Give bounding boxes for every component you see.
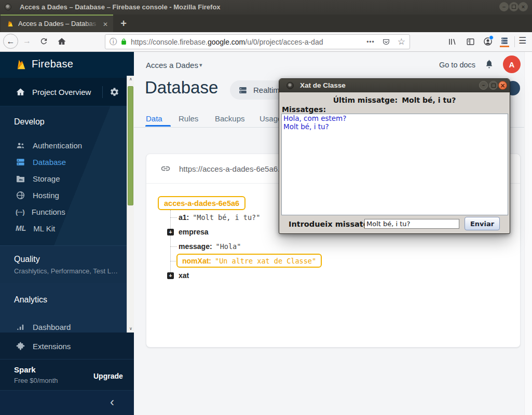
tab-title-fade bbox=[84, 17, 99, 32]
plan-section: Spark Free $0/month Upgrade bbox=[0, 359, 134, 390]
tab-close-button[interactable]: ✕ bbox=[101, 20, 110, 29]
bookmark-star-icon[interactable]: ☆ bbox=[398, 36, 405, 47]
home-button[interactable] bbox=[57, 37, 66, 46]
extension-underline bbox=[500, 46, 509, 47]
sidebars-icon bbox=[466, 37, 475, 47]
go-to-docs-link[interactable]: Go to docs bbox=[439, 61, 475, 69]
message-input-label: Introdueix missatge: bbox=[289, 220, 377, 228]
analytics-label: Analytics bbox=[14, 295, 47, 305]
page-actions-icon[interactable]: ••• bbox=[366, 38, 375, 46]
firebase-logo-icon bbox=[15, 58, 28, 72]
sidebar-item-hosting[interactable]: Hosting bbox=[0, 187, 127, 203]
tree-node-a1[interactable]: a1: "Molt bé, i tu?" bbox=[179, 210, 260, 225]
sidebar-item-authentication[interactable]: Authentication bbox=[0, 137, 127, 154]
tree-node-message[interactable]: message: "Hola" bbox=[179, 239, 241, 254]
reload-icon bbox=[39, 37, 48, 46]
tree-node-xat[interactable]: xat bbox=[179, 268, 189, 283]
back-button[interactable]: ← bbox=[3, 34, 18, 49]
link-icon bbox=[160, 163, 171, 174]
chat-window-titlebar[interactable]: Xat de Classe – × bbox=[279, 79, 510, 92]
sidebar-toggle-button[interactable] bbox=[466, 37, 475, 47]
develop-label: Develop bbox=[14, 117, 45, 127]
new-tab-button[interactable]: + bbox=[117, 17, 130, 30]
scroll-up-arrow[interactable]: ∧ bbox=[128, 77, 134, 81]
message-input[interactable] bbox=[364, 219, 459, 229]
collapse-sidebar-button[interactable]: ‹ bbox=[110, 395, 114, 409]
url-fade bbox=[342, 38, 359, 46]
site-info-icon[interactable]: ⓘ bbox=[110, 37, 117, 47]
pocket-icon[interactable] bbox=[382, 38, 390, 46]
url-text[interactable]: https://console.firebase.google.com/u/0/… bbox=[131, 38, 359, 46]
chat-window-title: Xat de Classe bbox=[300, 81, 346, 89]
last-message-line: Últim missatge:Molt bé, i tu? bbox=[279, 96, 510, 104]
toolbar-separator bbox=[514, 36, 515, 47]
tree-node-nomxat-highlighted[interactable]: nomXat: "Un altre xat de Classe" bbox=[176, 254, 322, 268]
chat-minimize-button[interactable]: – bbox=[479, 81, 488, 90]
tree-node-empresa[interactable]: empresa bbox=[179, 225, 209, 239]
maximize-icon bbox=[512, 5, 516, 9]
tree-root-node[interactable]: acces-a-dades-6e5a6 bbox=[158, 196, 245, 210]
messages-list[interactable]: Hola, com estem? Molt bé, i tu? bbox=[281, 114, 508, 215]
upgrade-button[interactable]: Upgrade bbox=[93, 372, 123, 380]
quality-section[interactable]: Quality Crashlytics, Performance, Test L… bbox=[0, 245, 134, 283]
extension-button[interactable] bbox=[500, 37, 509, 45]
home-icon bbox=[16, 87, 25, 97]
send-button[interactable]: Enviar bbox=[465, 217, 500, 230]
scroll-down-arrow[interactable]: ∨ bbox=[128, 326, 134, 331]
active-tab-underline bbox=[145, 125, 171, 127]
plan-price: Free $0/month bbox=[14, 377, 58, 384]
extensions-icon bbox=[16, 341, 25, 351]
avatar[interactable]: A bbox=[503, 56, 521, 73]
sidebar-item-storage[interactable]: Storage bbox=[0, 170, 127, 187]
message-item: Molt bé, i tu? bbox=[283, 123, 506, 131]
expand-node-button[interactable]: + bbox=[167, 272, 174, 279]
page-scrollbar-track[interactable] bbox=[524, 52, 532, 415]
database-icon bbox=[238, 86, 248, 95]
account-button[interactable] bbox=[483, 36, 493, 47]
reload-button[interactable] bbox=[39, 37, 48, 46]
develop-section: Develop Authentication Database Storage … bbox=[0, 106, 134, 245]
browser-tab[interactable]: Acces a Dades – Databas ✕ bbox=[1, 15, 113, 32]
forward-button[interactable]: → bbox=[23, 36, 31, 46]
sidebar-scrollbar-thumb[interactable] bbox=[128, 86, 133, 205]
url-bar[interactable]: ⓘ https://console.firebase.google.com/u/… bbox=[105, 34, 410, 49]
analytics-section: Analytics Dashboard bbox=[0, 283, 134, 333]
mlkit-icon: ML bbox=[16, 224, 26, 232]
extensions-section: Extensions bbox=[0, 333, 134, 359]
chat-window-icon bbox=[287, 82, 294, 89]
chat-close-button[interactable]: × bbox=[498, 81, 507, 90]
project-breadcrumb[interactable]: Acces a Dades bbox=[146, 61, 198, 70]
tree-line bbox=[170, 246, 177, 247]
tab-data[interactable]: Data bbox=[146, 114, 162, 123]
extension-servers-icon bbox=[500, 37, 509, 45]
screen: Acces a Dades – Database – Firebase cons… bbox=[0, 0, 532, 415]
sidebar-item-mlkit[interactable]: ML ML Kit bbox=[0, 220, 127, 237]
database-url[interactable]: https://acces-a-dades-6e5a6.fi bbox=[179, 164, 284, 173]
os-maximize-button[interactable] bbox=[509, 2, 519, 11]
tab-rules[interactable]: Rules bbox=[179, 114, 198, 123]
chat-window: Xat de Classe – × Últim missatge:Molt bé… bbox=[279, 78, 510, 234]
expand-node-button[interactable]: + bbox=[167, 229, 174, 236]
sidebar-item-database[interactable]: Database bbox=[0, 154, 127, 170]
notifications-button[interactable] bbox=[484, 59, 494, 69]
sidebar-item-functions[interactable]: (···) Functions bbox=[0, 203, 127, 220]
library-button[interactable] bbox=[447, 37, 457, 47]
po-separator bbox=[102, 86, 103, 98]
storage-icon bbox=[16, 174, 25, 184]
tree-line bbox=[170, 217, 177, 218]
os-minimize-button[interactable]: – bbox=[499, 2, 509, 11]
breadcrumb-caret-icon[interactable]: ▾ bbox=[199, 62, 202, 68]
menu-button[interactable]: ☰ bbox=[519, 35, 526, 46]
sidebar-item-extensions[interactable]: Extensions bbox=[0, 338, 127, 354]
chat-maximize-button[interactable] bbox=[489, 81, 498, 90]
project-settings-button[interactable] bbox=[110, 87, 119, 97]
os-close-button[interactable]: × bbox=[519, 2, 528, 11]
os-titlebar[interactable]: Acces a Dades – Database – Firebase cons… bbox=[0, 0, 532, 15]
message-item: Hola, com estem? bbox=[283, 115, 506, 123]
brand-name[interactable]: Firebase bbox=[32, 58, 73, 70]
quality-subtitle: Crashlytics, Performance, Test L… bbox=[14, 267, 118, 275]
last-message-value: Molt bé, i tu? bbox=[402, 96, 456, 104]
database-icon bbox=[16, 157, 25, 167]
project-overview-row[interactable]: Project Overview bbox=[0, 78, 134, 106]
tab-backups[interactable]: Backups bbox=[215, 114, 245, 123]
